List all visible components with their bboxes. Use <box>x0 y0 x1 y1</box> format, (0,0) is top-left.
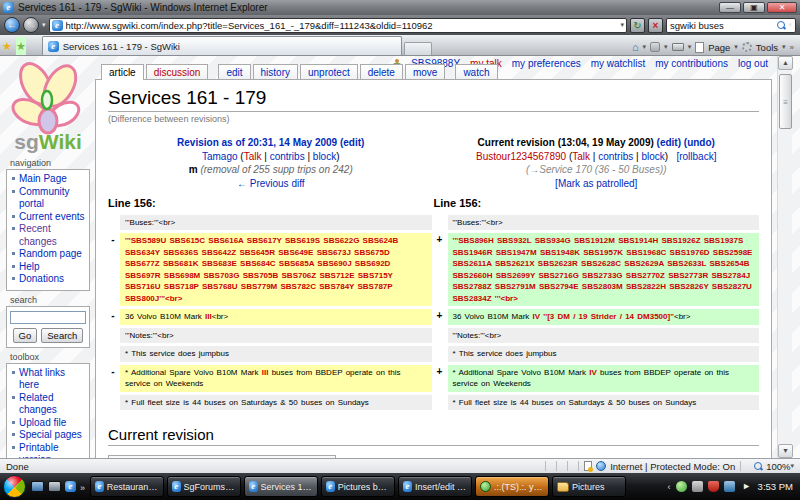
url-text[interactable]: http://www.sgwiki.com/index.php?title=Se… <box>66 20 618 31</box>
new-user-block-link[interactable]: block <box>641 151 664 162</box>
tray-collapse-icon[interactable] <box>668 482 671 492</box>
sidebar-item-current-events[interactable]: Current events <box>9 211 87 224</box>
tab-unprotect[interactable]: unprotect <box>300 64 358 80</box>
search-query[interactable]: sgwiki buses <box>670 20 775 31</box>
search-dropdown-icon[interactable] <box>788 21 792 29</box>
tab-delete[interactable]: delete <box>360 64 403 80</box>
toolbox-portlet: What links here Related changes Upload f… <box>6 363 90 459</box>
new-tab-stub[interactable] <box>404 42 432 55</box>
new-user-talk-link[interactable]: Talk <box>572 151 590 162</box>
new-edit-link[interactable]: (edit) <box>657 137 681 148</box>
tools-gear-icon[interactable] <box>742 42 752 52</box>
switch-windows-icon[interactable] <box>48 481 61 492</box>
taskbar-window-pictures-by[interactable]: Pictures by SB... <box>321 476 395 497</box>
tools-dropdown-icon[interactable] <box>782 43 786 51</box>
tray-messenger-icon[interactable] <box>676 481 687 492</box>
start-button[interactable] <box>3 475 26 498</box>
go-button[interactable]: Go <box>13 328 38 343</box>
wiki-search-input[interactable] <box>10 311 86 324</box>
print-icon[interactable] <box>672 43 684 51</box>
taskbar-window-restaurant[interactable]: Restaurant Cit... <box>90 476 164 497</box>
address-dropdown-icon[interactable] <box>620 21 624 29</box>
page-menu[interactable]: Page <box>708 42 730 53</box>
refresh-button[interactable] <box>630 18 645 33</box>
previous-diff-link[interactable]: ← Previous diff <box>237 178 305 189</box>
toolbox-item-printable-version[interactable]: Printable version <box>9 442 87 459</box>
diff-table: Line 156: Line 156: '''Buses:'''<br> '''… <box>108 196 759 410</box>
wiki-search-button[interactable]: Search <box>41 328 83 343</box>
tray-security-icon[interactable] <box>708 481 719 492</box>
tray-network-icon[interactable] <box>724 481 735 492</box>
search-box[interactable]: sgwiki buses <box>666 18 796 33</box>
print-dropdown-icon[interactable] <box>688 43 692 51</box>
page-menu-icon[interactable] <box>695 42 704 53</box>
tab-history[interactable]: history <box>253 64 298 80</box>
zoom-level[interactable]: 100% <box>766 461 790 472</box>
launch-ie-icon[interactable] <box>65 481 76 492</box>
feeds-icon[interactable] <box>650 42 660 52</box>
sidebar-item-random-page[interactable]: Random page <box>9 248 87 261</box>
tab-discussion[interactable]: discussion <box>146 64 209 80</box>
page-dropdown-icon[interactable] <box>734 43 738 51</box>
home-dropdown-icon[interactable] <box>643 43 647 51</box>
taskbar-window-services-active[interactable]: Services 161 - ... <box>244 476 318 497</box>
old-user-contribs-link[interactable]: contribs <box>270 151 305 162</box>
old-revision-link[interactable]: Revision as of 20:31, 14 May 2009 <box>177 137 337 148</box>
vertical-scrollbar[interactable] <box>777 56 792 458</box>
new-user-link[interactable]: Bustour1234567890 <box>476 151 566 162</box>
sidebar-item-main-page[interactable]: Main Page <box>9 173 87 186</box>
home-icon[interactable] <box>632 41 639 53</box>
tools-menu[interactable]: Tools <box>756 42 778 53</box>
taskbar-window-sgforums[interactable]: SgForums :: Si... <box>167 476 241 497</box>
tab-edit[interactable]: edit <box>218 64 250 80</box>
sidebar-item-community-portal[interactable]: Community portal <box>9 186 87 211</box>
add-favorite-icon[interactable] <box>16 37 26 55</box>
sidebar-item-help[interactable]: Help <box>9 261 87 274</box>
new-user-contribs-link[interactable]: contribs <box>598 151 633 162</box>
sgwiki-logo[interactable]: sgWiki <box>0 58 95 154</box>
zoom-dropdown-icon[interactable] <box>790 462 794 470</box>
tab-move[interactable]: move <box>405 64 445 80</box>
old-user-talk-link[interactable]: Talk <box>244 151 262 162</box>
forward-button[interactable] <box>23 17 39 33</box>
stop-button[interactable] <box>648 18 663 33</box>
show-desktop-icon[interactable] <box>31 481 44 492</box>
toolbox-item-what-links-here[interactable]: What links here <box>9 367 87 392</box>
old-edit-link[interactable]: (edit) <box>340 137 364 148</box>
zoom-icon[interactable] <box>754 462 763 471</box>
taskbar-clock[interactable]: 3:53 PM <box>758 481 793 492</box>
restore-button[interactable]: ▣ <box>743 2 765 13</box>
tray-volume-icon[interactable] <box>740 481 751 492</box>
minimize-button[interactable]: — <box>719 2 741 13</box>
sidebar-item-recent-changes[interactable]: Recent changes <box>9 223 87 248</box>
scroll-up-icon[interactable] <box>778 56 793 70</box>
scrollbar-thumb[interactable] <box>779 74 792 129</box>
quick-launch-chevron-icon[interactable] <box>80 483 85 493</box>
rollback-link[interactable]: [rollback] <box>676 151 716 162</box>
close-button[interactable]: ✕ <box>767 2 797 13</box>
toolbox-item-related-changes[interactable]: Related changes <box>9 392 87 417</box>
back-button[interactable] <box>4 17 20 33</box>
tray-camera-icon[interactable] <box>692 481 703 492</box>
tab-watch[interactable]: watch <box>455 64 497 80</box>
history-dropdown-icon[interactable] <box>42 21 46 29</box>
favorites-center-icon[interactable] <box>2 37 12 55</box>
search-icon[interactable] <box>777 21 786 30</box>
feeds-dropdown-icon[interactable] <box>664 43 668 51</box>
taskbar-window-pictures-folder[interactable]: Pictures <box>552 476 626 497</box>
toolbox-item-special-pages[interactable]: Special pages <box>9 429 87 442</box>
undo-link[interactable]: (undo) <box>684 137 715 148</box>
scroll-down-icon[interactable] <box>778 444 793 458</box>
sidebar-item-donations[interactable]: Donations <box>9 273 87 286</box>
taskbar-window-messenger[interactable]: .:.(TS).:. y muz ... <box>475 476 549 497</box>
tab-article[interactable]: article <box>101 64 144 80</box>
security-report-icon[interactable] <box>584 461 592 471</box>
mark-as-patrolled-link[interactable]: [Mark as patrolled] <box>555 178 637 189</box>
old-user-link[interactable]: Tamago <box>202 151 238 162</box>
toolbox-item-upload-file[interactable]: Upload file <box>9 417 87 430</box>
address-field[interactable]: http://www.sgwiki.com/index.php?title=Se… <box>49 18 627 33</box>
overflow-chevron-icon[interactable] <box>790 43 794 52</box>
taskbar-window-insert-edit[interactable]: Insert/edit ima... <box>398 476 472 497</box>
browser-tab[interactable]: Services 161 - 179 - SgWiki <box>42 36 402 55</box>
old-user-block-link[interactable]: block <box>313 151 336 162</box>
